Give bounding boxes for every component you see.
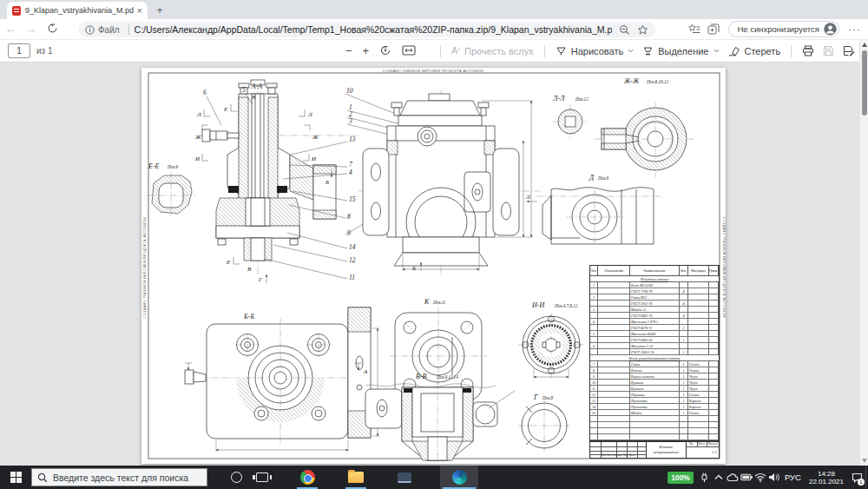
tab-close-icon[interactable]: × — [137, 6, 142, 15]
scrollbar-thumb[interactable] — [862, 50, 867, 116]
eraser-icon — [728, 46, 740, 56]
vertical-scrollbar[interactable] — [859, 40, 868, 466]
svg-text:Л-Л: Л-Л — [552, 95, 565, 102]
tab-strip: 9_Klapan_vstryakhivania_M.pdf × + — [0, 0, 868, 19]
taskbar-edge[interactable] — [440, 466, 478, 489]
task-view-button[interactable] — [249, 466, 275, 489]
zoom-reset-icon[interactable] — [379, 44, 391, 58]
zoom-out-button[interactable]: − — [345, 44, 352, 57]
profile-sync-button[interactable]: Не синхронизируется — [728, 21, 839, 37]
table-row: ГОСТ 5915-704 — [590, 301, 719, 307]
autodesk-watermark-top: СОЗДАНО УЧЕБНОЙ ВЕРСИЕЙ ПРОДУКТА AUTODES… — [383, 69, 484, 73]
svg-text:3: 3 — [348, 117, 352, 125]
table-row: 4Манжета 2-070-1 — [590, 319, 719, 325]
wifi-icon[interactable] — [753, 466, 767, 489]
highlight-button[interactable]: Выделение — [638, 43, 723, 59]
svg-text:Поз.8: Поз.8 — [542, 395, 554, 400]
save-as-button[interactable] — [838, 43, 859, 59]
table-row: 1Болт М12х160 — [590, 282, 719, 288]
svg-text:Л: Л — [307, 111, 313, 118]
scroll-down-arrow[interactable] — [862, 459, 867, 463]
erase-button[interactable]: Стереть — [724, 43, 786, 59]
collections-icon[interactable] — [706, 23, 721, 35]
taskbar-explorer[interactable] — [343, 466, 369, 489]
table-row — [590, 422, 719, 428]
table-row — [590, 428, 719, 434]
svg-text:В-В: В-В — [416, 373, 427, 380]
revision-row-labels: Изм. Лист № докум. Подп. Дата — [590, 454, 646, 457]
reload-button[interactable] — [42, 23, 62, 36]
profile-sync-label: Не синхронизируется — [737, 24, 819, 34]
windows-taskbar: Введите здесь текст для поиска 100% — [0, 466, 868, 489]
notification-count-badge: 1 — [858, 479, 865, 486]
speaker-icon[interactable] — [767, 466, 781, 489]
page-number-input[interactable]: 1 — [8, 43, 30, 58]
section-view-ee: Е-Е Поз.9 — [147, 162, 195, 218]
file-protocol-badge: Файл — [98, 25, 120, 35]
save-button[interactable] — [819, 43, 838, 59]
info-icon — [85, 25, 95, 35]
autodesk-watermark-left: СОЗДАНО УЧЕБНОЙ ВЕРСИЕЙ ПРОДУКТА AUTODES… — [143, 217, 147, 319]
taskbar-search-input[interactable]: Введите здесь текст для поиска — [31, 468, 207, 486]
svg-text:7: 7 — [349, 161, 352, 169]
save-icon — [823, 45, 834, 56]
back-button[interactable]: ← — [0, 23, 21, 36]
pdf-tab[interactable]: 9_Klapan_vstryakhivania_M.pdf × — [7, 2, 148, 19]
forward-button[interactable]: → — [21, 23, 42, 36]
fit-to-width-icon[interactable] — [402, 45, 416, 57]
scroll-up-arrow[interactable] — [862, 43, 867, 47]
zoom-in-button[interactable]: + — [363, 44, 370, 57]
table-row: 10Крышка1Чугун — [590, 380, 719, 386]
taskbar-chrome[interactable] — [294, 466, 320, 489]
divider — [128, 24, 129, 35]
new-tab-button[interactable]: + — [153, 3, 167, 17]
edge-icon — [452, 470, 467, 485]
table-row: 15Шайба1Сталь — [590, 410, 719, 416]
svg-text:И-И: И-И — [531, 301, 545, 309]
svg-text:Б: Б — [325, 179, 329, 186]
browser-window: 9_Klapan_vstryakhivania_M.pdf × + ← → Фа… — [0, 0, 868, 489]
chevron-down-icon — [628, 48, 634, 54]
power-battery-icon[interactable] — [740, 466, 753, 489]
start-button[interactable] — [0, 466, 31, 489]
menu-dots-button[interactable]: ··· — [848, 23, 861, 36]
taskbar-app[interactable] — [391, 466, 418, 489]
tray-expand-chevron-icon[interactable] — [712, 466, 726, 489]
cortana-button[interactable] — [223, 466, 249, 489]
section-view-ll: Л-Л Поз.12 — [552, 95, 589, 139]
read-aloud-button[interactable]: A⁾ Прочесть вслух — [447, 43, 538, 59]
battery-percent-badge[interactable]: 100% — [667, 472, 694, 484]
language-indicator[interactable]: РУС — [785, 472, 801, 482]
svg-text:8: 8 — [347, 213, 351, 221]
date: 22.01.2021 — [809, 478, 844, 486]
save-as-icon — [843, 45, 855, 56]
print-button[interactable] — [798, 43, 819, 59]
favorite-star-icon[interactable] — [637, 24, 648, 36]
svg-text:Е: Е — [226, 259, 231, 266]
usb-plug-icon[interactable] — [698, 466, 712, 489]
draw-button[interactable]: Нарисовать — [551, 43, 638, 59]
section-view-z: Ж-Ж Поз.8,10,12 — [595, 77, 694, 177]
svg-text:Е-Е: Е-Е — [148, 162, 160, 170]
zoom-out-icon[interactable] — [619, 24, 630, 36]
svg-text:Поз.9: Поз.9 — [167, 164, 179, 169]
svg-text:К: К — [411, 265, 417, 272]
divider — [440, 45, 441, 57]
read-aloud-label: Прочесть вслух — [464, 46, 534, 56]
view-label-aa: А-А — [251, 83, 263, 90]
svg-text:Поз.9,11,14: Поз.9,11,14 — [436, 374, 458, 380]
url-text[interactable]: C:/Users/Александр/AppData/Local/Temp/Te… — [135, 24, 612, 35]
svg-text:Л: Л — [525, 194, 531, 201]
action-center-button[interactable]: 1 — [848, 466, 865, 489]
table-row: ГОСТ 19853-741 — [590, 349, 719, 355]
folder-icon — [348, 472, 364, 483]
table-row — [590, 416, 719, 422]
favorites-bar-icon[interactable] — [687, 23, 702, 35]
parts-table-header: Поз.ОбозначениеНаименованиеКол.МатериалП… — [590, 266, 719, 276]
svg-text:И: И — [194, 155, 201, 162]
onedrive-cloud-icon[interactable] — [726, 466, 740, 489]
taskbar-clock[interactable]: 14:28 22.01.2021 — [809, 470, 844, 486]
address-bar[interactable]: Файл C:/Users/Александр/AppData/Local/Te… — [78, 22, 655, 37]
table-row: 3Шайба 12 — [590, 307, 719, 313]
svg-text:В: В — [247, 266, 252, 273]
